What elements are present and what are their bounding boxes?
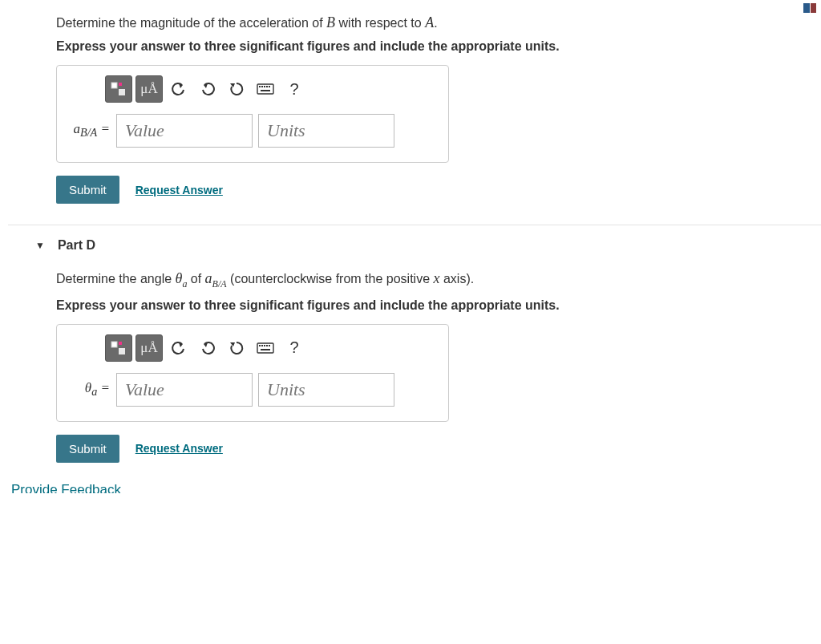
keyboard-icon[interactable] (253, 75, 278, 103)
svg-rect-18 (269, 345, 270, 346)
answer-box: μÅ ? aB/A = (56, 65, 449, 163)
answer-row: θa = (68, 373, 437, 407)
svg-rect-11 (119, 342, 122, 345)
part-d-body: Determine the angle θa of aB/A (counterc… (8, 256, 821, 477)
request-answer-link[interactable]: Request Answer (135, 442, 223, 455)
toolbar: μÅ ? (105, 75, 437, 103)
text: Determine the angle (56, 272, 176, 286)
request-answer-link[interactable]: Request Answer (135, 184, 223, 196)
help-icon[interactable]: ? (281, 334, 307, 362)
part-c-instruction: Express your answer to three significant… (56, 39, 773, 54)
part-d-instruction: Express your answer to three significant… (56, 298, 773, 313)
svg-rect-8 (269, 86, 270, 87)
svg-rect-13 (257, 343, 273, 353)
reset-icon[interactable] (224, 334, 249, 362)
part-c-body: Determine the magnitude of the accelerat… (8, 0, 821, 218)
svg-rect-14 (259, 345, 261, 346)
help-icon[interactable]: ? (281, 75, 307, 103)
svg-rect-1 (119, 83, 122, 86)
text: (counterclockwise from the positive (227, 272, 434, 286)
answer-row: aB/A = (68, 114, 437, 148)
units-icon[interactable]: μÅ (135, 334, 163, 362)
part-d-header[interactable]: ▼ Part D (8, 225, 821, 256)
svg-rect-4 (259, 86, 261, 87)
reset-icon[interactable] (224, 75, 249, 103)
svg-rect-15 (261, 345, 263, 346)
provide-feedback-link[interactable]: Provide Feedback (8, 477, 821, 493)
answer-box: μÅ ? θa = (56, 324, 449, 422)
svg-rect-6 (264, 86, 265, 87)
undo-icon[interactable] (166, 75, 192, 103)
text: . (434, 16, 437, 30)
svg-rect-12 (119, 348, 125, 354)
submit-row: Submit Request Answer (56, 176, 773, 204)
toolbar: μÅ ? (105, 334, 437, 362)
value-input[interactable] (116, 373, 253, 407)
units-input[interactable] (258, 373, 394, 407)
undo-icon[interactable] (166, 334, 192, 362)
svg-rect-17 (266, 345, 268, 346)
svg-rect-2 (119, 89, 125, 95)
text: with respect to (335, 16, 425, 30)
submit-button[interactable]: Submit (56, 435, 119, 463)
units-input[interactable] (258, 114, 394, 148)
text: Determine the magnitude of the accelerat… (56, 16, 326, 30)
svg-rect-5 (261, 86, 263, 87)
window-corner-icon (803, 3, 816, 13)
symbol-B: B (326, 14, 335, 30)
submit-row: Submit Request Answer (56, 435, 773, 463)
svg-rect-3 (257, 84, 273, 94)
svg-rect-19 (261, 349, 270, 350)
answer-label: θa = (68, 380, 110, 399)
part-d-title: Part D (58, 238, 95, 253)
symbol-theta: θa (176, 270, 188, 286)
symbol-a: aB/A (205, 270, 227, 286)
text: of (187, 272, 204, 286)
svg-rect-9 (261, 90, 270, 91)
part-c-prompt: Determine the magnitude of the accelerat… (56, 14, 773, 31)
symbol-A: A (425, 14, 434, 30)
template-icon[interactable] (105, 75, 132, 103)
template-icon[interactable] (105, 334, 132, 362)
answer-label: aB/A = (68, 121, 110, 140)
redo-icon[interactable] (195, 75, 220, 103)
text: axis). (439, 272, 474, 286)
keyboard-icon[interactable] (253, 334, 278, 362)
svg-rect-16 (264, 345, 265, 346)
redo-icon[interactable] (195, 334, 220, 362)
chevron-down-icon: ▼ (35, 240, 45, 251)
submit-button[interactable]: Submit (56, 176, 119, 204)
part-d-prompt: Determine the angle θa of aB/A (counterc… (56, 270, 773, 290)
value-input[interactable] (116, 114, 253, 148)
svg-rect-10 (111, 342, 117, 347)
units-icon[interactable]: μÅ (135, 75, 163, 103)
svg-rect-0 (111, 83, 117, 88)
svg-rect-7 (266, 86, 268, 87)
